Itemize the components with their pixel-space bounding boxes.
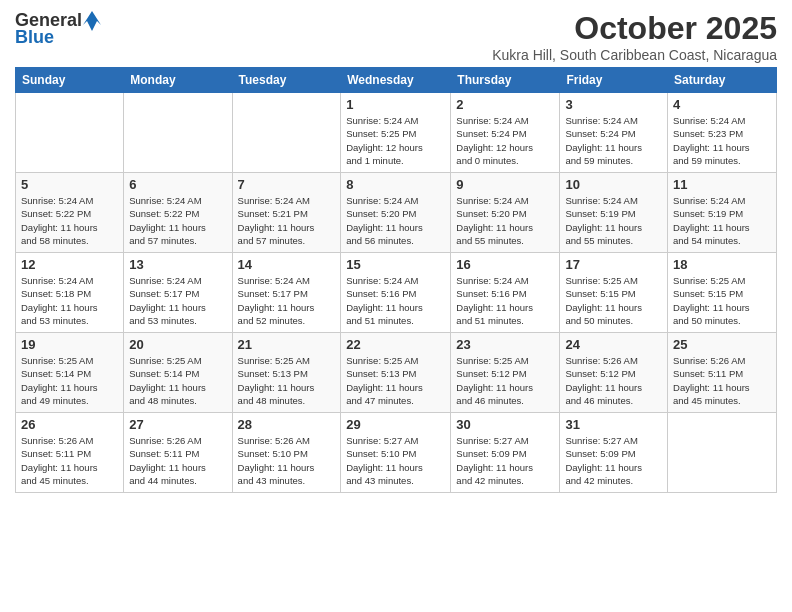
day-number: 21 xyxy=(238,337,336,352)
svg-marker-0 xyxy=(83,11,101,31)
day-info: Sunrise: 5:24 AM Sunset: 5:24 PM Dayligh… xyxy=(565,114,662,167)
calendar-cell: 28Sunrise: 5:26 AM Sunset: 5:10 PM Dayli… xyxy=(232,413,341,493)
calendar-cell: 11Sunrise: 5:24 AM Sunset: 5:19 PM Dayli… xyxy=(668,173,777,253)
calendar-cell: 23Sunrise: 5:25 AM Sunset: 5:12 PM Dayli… xyxy=(451,333,560,413)
calendar-cell: 18Sunrise: 5:25 AM Sunset: 5:15 PM Dayli… xyxy=(668,253,777,333)
day-info: Sunrise: 5:24 AM Sunset: 5:16 PM Dayligh… xyxy=(346,274,445,327)
logo-blue-text: Blue xyxy=(15,27,54,48)
calendar-cell: 15Sunrise: 5:24 AM Sunset: 5:16 PM Dayli… xyxy=(341,253,451,333)
calendar-cell: 16Sunrise: 5:24 AM Sunset: 5:16 PM Dayli… xyxy=(451,253,560,333)
week-row-2: 5Sunrise: 5:24 AM Sunset: 5:22 PM Daylig… xyxy=(16,173,777,253)
day-info: Sunrise: 5:24 AM Sunset: 5:18 PM Dayligh… xyxy=(21,274,118,327)
header-thursday: Thursday xyxy=(451,68,560,93)
day-number: 7 xyxy=(238,177,336,192)
day-number: 27 xyxy=(129,417,226,432)
calendar-cell: 30Sunrise: 5:27 AM Sunset: 5:09 PM Dayli… xyxy=(451,413,560,493)
day-number: 25 xyxy=(673,337,771,352)
day-info: Sunrise: 5:26 AM Sunset: 5:11 PM Dayligh… xyxy=(673,354,771,407)
day-number: 19 xyxy=(21,337,118,352)
logo-bird-icon xyxy=(83,11,101,31)
day-info: Sunrise: 5:24 AM Sunset: 5:24 PM Dayligh… xyxy=(456,114,554,167)
day-number: 17 xyxy=(565,257,662,272)
day-info: Sunrise: 5:25 AM Sunset: 5:13 PM Dayligh… xyxy=(238,354,336,407)
calendar-cell: 2Sunrise: 5:24 AM Sunset: 5:24 PM Daylig… xyxy=(451,93,560,173)
day-info: Sunrise: 5:27 AM Sunset: 5:09 PM Dayligh… xyxy=(565,434,662,487)
day-info: Sunrise: 5:27 AM Sunset: 5:09 PM Dayligh… xyxy=(456,434,554,487)
day-info: Sunrise: 5:24 AM Sunset: 5:17 PM Dayligh… xyxy=(129,274,226,327)
header-wednesday: Wednesday xyxy=(341,68,451,93)
calendar-cell: 31Sunrise: 5:27 AM Sunset: 5:09 PM Dayli… xyxy=(560,413,668,493)
day-number: 15 xyxy=(346,257,445,272)
week-row-1: 1Sunrise: 5:24 AM Sunset: 5:25 PM Daylig… xyxy=(16,93,777,173)
day-info: Sunrise: 5:24 AM Sunset: 5:23 PM Dayligh… xyxy=(673,114,771,167)
logo: General Blue xyxy=(15,10,102,48)
day-number: 16 xyxy=(456,257,554,272)
calendar-cell xyxy=(124,93,232,173)
day-info: Sunrise: 5:26 AM Sunset: 5:11 PM Dayligh… xyxy=(129,434,226,487)
day-info: Sunrise: 5:25 AM Sunset: 5:12 PM Dayligh… xyxy=(456,354,554,407)
calendar-cell: 3Sunrise: 5:24 AM Sunset: 5:24 PM Daylig… xyxy=(560,93,668,173)
week-row-3: 12Sunrise: 5:24 AM Sunset: 5:18 PM Dayli… xyxy=(16,253,777,333)
days-header-row: Sunday Monday Tuesday Wednesday Thursday… xyxy=(16,68,777,93)
day-number: 20 xyxy=(129,337,226,352)
day-number: 4 xyxy=(673,97,771,112)
day-info: Sunrise: 5:24 AM Sunset: 5:22 PM Dayligh… xyxy=(21,194,118,247)
day-info: Sunrise: 5:25 AM Sunset: 5:13 PM Dayligh… xyxy=(346,354,445,407)
calendar-cell: 14Sunrise: 5:24 AM Sunset: 5:17 PM Dayli… xyxy=(232,253,341,333)
day-info: Sunrise: 5:25 AM Sunset: 5:14 PM Dayligh… xyxy=(129,354,226,407)
day-number: 23 xyxy=(456,337,554,352)
day-info: Sunrise: 5:25 AM Sunset: 5:15 PM Dayligh… xyxy=(673,274,771,327)
month-title: October 2025 xyxy=(492,10,777,47)
calendar-cell: 24Sunrise: 5:26 AM Sunset: 5:12 PM Dayli… xyxy=(560,333,668,413)
calendar-cell: 22Sunrise: 5:25 AM Sunset: 5:13 PM Dayli… xyxy=(341,333,451,413)
day-number: 8 xyxy=(346,177,445,192)
calendar-cell xyxy=(232,93,341,173)
day-info: Sunrise: 5:24 AM Sunset: 5:19 PM Dayligh… xyxy=(565,194,662,247)
header-monday: Monday xyxy=(124,68,232,93)
day-number: 13 xyxy=(129,257,226,272)
calendar-cell: 4Sunrise: 5:24 AM Sunset: 5:23 PM Daylig… xyxy=(668,93,777,173)
day-number: 10 xyxy=(565,177,662,192)
calendar-cell: 7Sunrise: 5:24 AM Sunset: 5:21 PM Daylig… xyxy=(232,173,341,253)
day-info: Sunrise: 5:24 AM Sunset: 5:25 PM Dayligh… xyxy=(346,114,445,167)
day-number: 5 xyxy=(21,177,118,192)
day-info: Sunrise: 5:26 AM Sunset: 5:11 PM Dayligh… xyxy=(21,434,118,487)
day-number: 29 xyxy=(346,417,445,432)
day-info: Sunrise: 5:24 AM Sunset: 5:16 PM Dayligh… xyxy=(456,274,554,327)
location-title: Kukra Hill, South Caribbean Coast, Nicar… xyxy=(492,47,777,63)
calendar-cell: 6Sunrise: 5:24 AM Sunset: 5:22 PM Daylig… xyxy=(124,173,232,253)
calendar-cell: 25Sunrise: 5:26 AM Sunset: 5:11 PM Dayli… xyxy=(668,333,777,413)
day-number: 31 xyxy=(565,417,662,432)
calendar-cell: 5Sunrise: 5:24 AM Sunset: 5:22 PM Daylig… xyxy=(16,173,124,253)
day-info: Sunrise: 5:24 AM Sunset: 5:19 PM Dayligh… xyxy=(673,194,771,247)
calendar-cell: 20Sunrise: 5:25 AM Sunset: 5:14 PM Dayli… xyxy=(124,333,232,413)
day-number: 30 xyxy=(456,417,554,432)
calendar-table: Sunday Monday Tuesday Wednesday Thursday… xyxy=(15,67,777,493)
day-number: 22 xyxy=(346,337,445,352)
calendar-cell: 27Sunrise: 5:26 AM Sunset: 5:11 PM Dayli… xyxy=(124,413,232,493)
day-number: 6 xyxy=(129,177,226,192)
header-saturday: Saturday xyxy=(668,68,777,93)
day-info: Sunrise: 5:24 AM Sunset: 5:20 PM Dayligh… xyxy=(456,194,554,247)
day-info: Sunrise: 5:26 AM Sunset: 5:12 PM Dayligh… xyxy=(565,354,662,407)
calendar-cell: 8Sunrise: 5:24 AM Sunset: 5:20 PM Daylig… xyxy=(341,173,451,253)
week-row-4: 19Sunrise: 5:25 AM Sunset: 5:14 PM Dayli… xyxy=(16,333,777,413)
header-friday: Friday xyxy=(560,68,668,93)
day-info: Sunrise: 5:24 AM Sunset: 5:17 PM Dayligh… xyxy=(238,274,336,327)
day-info: Sunrise: 5:27 AM Sunset: 5:10 PM Dayligh… xyxy=(346,434,445,487)
calendar-cell: 1Sunrise: 5:24 AM Sunset: 5:25 PM Daylig… xyxy=(341,93,451,173)
day-number: 24 xyxy=(565,337,662,352)
day-number: 2 xyxy=(456,97,554,112)
calendar-cell xyxy=(16,93,124,173)
day-number: 11 xyxy=(673,177,771,192)
day-info: Sunrise: 5:26 AM Sunset: 5:10 PM Dayligh… xyxy=(238,434,336,487)
day-info: Sunrise: 5:25 AM Sunset: 5:15 PM Dayligh… xyxy=(565,274,662,327)
day-info: Sunrise: 5:24 AM Sunset: 5:20 PM Dayligh… xyxy=(346,194,445,247)
day-number: 14 xyxy=(238,257,336,272)
calendar-cell: 21Sunrise: 5:25 AM Sunset: 5:13 PM Dayli… xyxy=(232,333,341,413)
calendar-cell: 17Sunrise: 5:25 AM Sunset: 5:15 PM Dayli… xyxy=(560,253,668,333)
day-number: 18 xyxy=(673,257,771,272)
title-area: October 2025 Kukra Hill, South Caribbean… xyxy=(492,10,777,63)
calendar-cell: 9Sunrise: 5:24 AM Sunset: 5:20 PM Daylig… xyxy=(451,173,560,253)
page-container: General Blue October 2025 Kukra Hill, So… xyxy=(0,0,792,503)
